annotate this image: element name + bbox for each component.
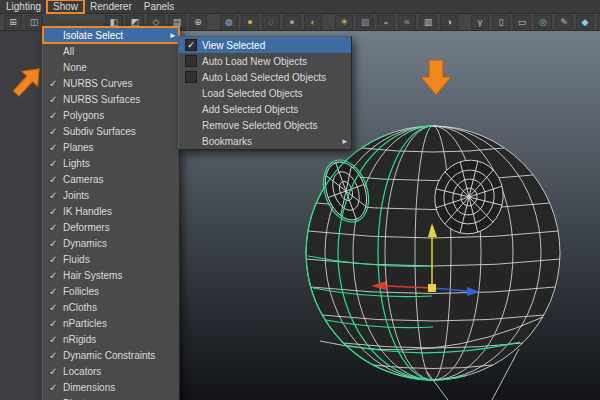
paint-effects-icon[interactable]: ✎ (555, 15, 573, 29)
menu-item-label: Hair Systems (63, 270, 175, 281)
menubar-item-panels[interactable]: Panels (138, 0, 181, 13)
check-icon: ✓ (49, 254, 63, 265)
shaded-sphere-icon[interactable]: ● (241, 15, 259, 29)
gamma-icon[interactable]: γ (471, 15, 489, 29)
textured-icon[interactable]: ◐ (304, 15, 322, 29)
ambient-occlusion-icon[interactable]: ◒ (377, 15, 395, 29)
menu-item-none[interactable]: None (43, 59, 179, 75)
submenu-item-bookmarks[interactable]: Bookmarks▸ (179, 133, 351, 149)
menu-item-label: Dynamics (63, 238, 175, 249)
menu-item-label: Subdiv Surfaces (63, 126, 175, 137)
menu-item-cameras[interactable]: ✓Cameras (43, 171, 179, 187)
maya-panel: LightingShowRendererPanels ⊞◫ ◧◩◇▤⊕◍●◌●◐… (0, 0, 600, 400)
menu-item-nrigids[interactable]: ✓nRigids (43, 331, 179, 347)
menu-item-fluids[interactable]: ✓Fluids (43, 251, 179, 267)
submenu-item-load-selected-objects[interactable]: Load Selected Objects (179, 85, 351, 101)
menu-item-ik-handles[interactable]: ✓IK Handles (43, 203, 179, 219)
checkbox-empty-icon (185, 71, 197, 83)
manipulator-center-handle[interactable] (428, 284, 436, 292)
isolate-select-icon[interactable]: ◎ (534, 15, 552, 29)
submenu-arrow-icon: ▸ (170, 30, 175, 40)
check-icon: ✓ (49, 126, 63, 137)
menu-item-nparticles[interactable]: ✓nParticles (43, 315, 179, 331)
resolution-gate-icon[interactable]: ▭ (513, 15, 531, 29)
menu-item-dynamics[interactable]: ✓Dynamics (43, 235, 179, 251)
layout-icon[interactable]: ◫ (25, 15, 43, 29)
menu-item-joints[interactable]: ✓Joints (43, 187, 179, 203)
menubar-item-lighting[interactable]: Lighting (0, 0, 47, 13)
motion-blur-icon[interactable]: ≈ (398, 15, 416, 29)
menu-item-dimensions[interactable]: ✓Dimensions (43, 379, 179, 395)
wireframe-icon[interactable]: ◌ (262, 15, 280, 29)
submenu-item-auto-load-new-objects[interactable]: Auto Load New Objects (179, 53, 351, 69)
show-menu-item-list: AllNone✓NURBS Curves✓NURBS Surfaces✓Poly… (43, 43, 179, 400)
submenu-item-remove-selected-objects[interactable]: Remove Selected Objects (179, 117, 351, 133)
menu-item-label: NURBS Surfaces (63, 94, 175, 105)
menu-item-label: Locators (63, 366, 175, 377)
menu-item-subdiv-surfaces[interactable]: ✓Subdiv Surfaces (43, 123, 179, 139)
menubar-item-show[interactable]: Show (47, 0, 84, 13)
check-icon: ✓ (49, 270, 63, 281)
check-icon: ✓ (49, 78, 63, 89)
check-icon: ✓ (49, 366, 63, 377)
grease-pencil-icon[interactable]: ◆ (576, 15, 594, 29)
check-icon: ✓ (49, 286, 63, 297)
oversampling-icon[interactable]: ◍ (220, 15, 238, 29)
menu-item-locators[interactable]: ✓Locators (43, 363, 179, 379)
menu-bar: LightingShowRendererPanels (0, 0, 600, 14)
menu-item-label: Lights (63, 158, 175, 169)
check-icon: ✓ (49, 222, 63, 233)
menu-item-nurbs-curves[interactable]: ✓NURBS Curves (43, 75, 179, 91)
menu-item-label: Planes (63, 142, 175, 153)
film-gate-icon[interactable]: ▯ (492, 15, 510, 29)
submenu-item-label: View Selected (202, 40, 347, 51)
menu-item-polygons[interactable]: ✓Polygons (43, 107, 179, 123)
menu-item-dynamic-constraints[interactable]: ✓Dynamic Constraints (43, 347, 179, 363)
menu-item-label: All (63, 46, 175, 57)
xray-icon[interactable]: ▥ (419, 15, 437, 29)
menu-item-deformers[interactable]: ✓Deformers (43, 219, 179, 235)
check-icon: ✓ (49, 94, 63, 105)
exposure-icon[interactable]: ◑ (440, 15, 458, 29)
menu-item-nurbs-surfaces[interactable]: ✓NURBS Surfaces (43, 91, 179, 107)
submenu-item-view-selected[interactable]: ✓View Selected (179, 37, 351, 53)
check-icon: ✓ (49, 334, 63, 345)
check-icon: ✓ (49, 110, 63, 121)
submenu-item-label: Add Selected Objects (202, 104, 347, 115)
menu-item-label: Polygons (63, 110, 175, 121)
menu-item-label: Dimensions (63, 382, 175, 393)
submenu-arrow-icon: ▸ (342, 136, 347, 146)
menu-item-label: Deformers (63, 222, 175, 233)
menu-item-pivots[interactable]: ✓Pivots (43, 395, 179, 400)
left-panel-strip (0, 30, 42, 400)
menu-item-lights[interactable]: ✓Lights (43, 155, 179, 171)
check-icon: ✓ (49, 142, 63, 153)
check-icon: ✓ (49, 302, 63, 313)
check-icon: ✓ (49, 382, 63, 393)
toolbox-icon[interactable]: ⊞ (4, 15, 22, 29)
isolate-select-submenu: ✓View SelectedAuto Load New ObjectsAuto … (178, 36, 352, 150)
show-menu: Isolate Select ▸ AllNone✓NURBS Curves✓NU… (42, 26, 180, 400)
menu-item-follicles[interactable]: ✓Follicles (43, 283, 179, 299)
menubar-item-renderer[interactable]: Renderer (84, 0, 138, 13)
check-icon: ✓ (49, 318, 63, 329)
pan-zoom-icon[interactable]: ⊕ (189, 15, 207, 29)
toolbar-left-group: ⊞◫ (4, 15, 43, 29)
menu-item-planes[interactable]: ✓Planes (43, 139, 179, 155)
menu-item-hair-systems[interactable]: ✓Hair Systems (43, 267, 179, 283)
submenu-item-auto-load-selected-objects[interactable]: Auto Load Selected Objects (179, 69, 351, 85)
check-icon: ✓ (49, 238, 63, 249)
shadows-icon[interactable]: ▨ (356, 15, 374, 29)
submenu-item-label: Auto Load New Objects (202, 56, 347, 67)
submenu-item-add-selected-objects[interactable]: Add Selected Objects (179, 101, 351, 117)
submenu-item-label: Remove Selected Objects (202, 120, 347, 131)
submenu-item-label: Load Selected Objects (202, 88, 347, 99)
menu-item-label: nParticles (63, 318, 175, 329)
menu-item-ncloths[interactable]: ✓nCloths (43, 299, 179, 315)
menu-item-all[interactable]: All (43, 43, 179, 59)
submenu-item-label: Bookmarks (202, 136, 338, 147)
smooth-shade-icon[interactable]: ● (283, 15, 301, 29)
checkbox-checked-icon: ✓ (185, 39, 197, 51)
menu-item-isolate-select[interactable]: Isolate Select ▸ (43, 27, 179, 43)
lighting-icon[interactable]: ☀ (335, 15, 353, 29)
